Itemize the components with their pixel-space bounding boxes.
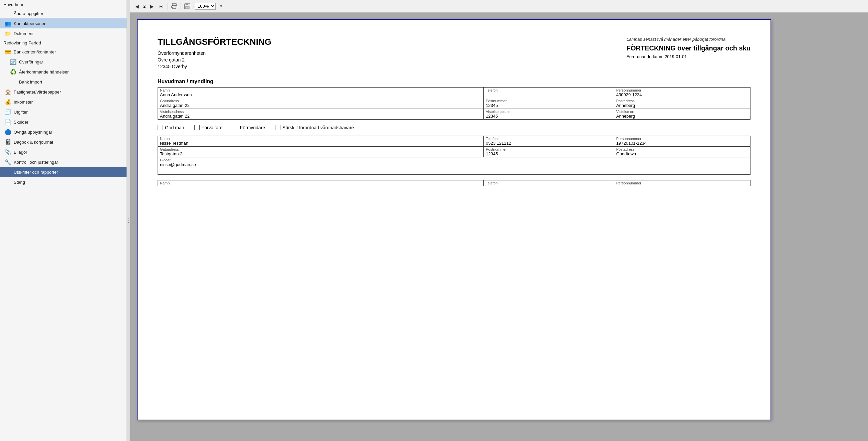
- page-last-button[interactable]: ⏭: [157, 2, 165, 10]
- checkbox-god-man-label: God man: [165, 125, 184, 130]
- checkboxes-row: God man Förvaltare Förmyndare Särskilt f…: [158, 125, 750, 130]
- postadress-label: Postadress: [616, 99, 748, 103]
- sidebar-item-utgifter[interactable]: 🧾Utgifter: [0, 107, 127, 117]
- dokument-icon: 📁: [5, 30, 11, 37]
- save-button[interactable]: [183, 2, 191, 10]
- checkbox-formyndare-label: Förmyndare: [240, 125, 265, 130]
- sidebar-item-skulder[interactable]: 📄Skulder: [0, 117, 127, 127]
- p2-telefon-value: 0523 121212: [486, 141, 612, 146]
- sidebar: Huvudman Ändra uppgifter👥Kontaktpersoner…: [0, 0, 127, 441]
- vistelse-ort-value: Anneberg: [616, 114, 748, 119]
- page-next-button[interactable]: ▶: [148, 2, 156, 10]
- person1-table: Namn Anna Andersson Telefon Personnummer…: [158, 87, 750, 120]
- document-area: TILLGÅNGSFÖRTECKNING Överförmyndarenhete…: [130, 13, 868, 441]
- p2-postadress-value: Goodtown: [616, 151, 748, 156]
- p2-personnummer-cell: Personnummer 19720101-1234: [614, 136, 750, 147]
- sidebar-item-kontaktpersoner[interactable]: 👥Kontaktpersoner: [0, 18, 127, 28]
- p2-postnummer-label: Postnummer: [486, 147, 612, 151]
- kontaktpersoner-icon: 👥: [5, 20, 11, 27]
- bilagor-icon: 📎: [5, 149, 11, 155]
- zoom-select[interactable]: 50% 75% 100% 125% 150% 200%: [195, 3, 216, 10]
- utskrifter-icon: [5, 169, 11, 175]
- telefon-label: Telefon: [486, 88, 612, 92]
- p2-namn-label: Namn: [160, 137, 482, 141]
- sidebar-item-bilagor[interactable]: 📎Bilagor: [0, 147, 127, 157]
- sidebar-item-bankkonton[interactable]: 💳Bankkonton/kontanter: [0, 47, 127, 57]
- sidebar-label-kontaktpersoner: Kontaktpersoner: [14, 21, 123, 26]
- table-row: E-post nisse@godman.se: [158, 157, 750, 168]
- sidebar-item-andra-uppgifter[interactable]: Ändra uppgifter: [0, 8, 127, 18]
- print-button[interactable]: [170, 2, 178, 10]
- sidebar-item-kontroll[interactable]: 🔧Kontroll och justeringar: [0, 157, 127, 167]
- gatuadress-label: Gatuadress: [160, 99, 482, 103]
- checkbox-formyndare-box[interactable]: [233, 125, 238, 130]
- svg-rect-5: [186, 4, 188, 5]
- checkbox-forvaltare-box[interactable]: [194, 125, 199, 130]
- gatuadress-cell: Gatuadress Andra gatan 22: [158, 98, 484, 109]
- section-redovisning: Redovisning Period: [0, 38, 127, 47]
- bankkonton-icon: 💳: [5, 49, 11, 55]
- table-row: Namn Anna Andersson Telefon Personnummer…: [158, 88, 750, 98]
- collapse-handle[interactable]: ⋮: [127, 0, 130, 441]
- personnummer-value: 430929-1234: [616, 92, 748, 97]
- checkbox-sarskilt-box[interactable]: [275, 125, 280, 130]
- sidebar-label-skulder: Skulder: [14, 120, 123, 125]
- doc-bold-title: FÖRTECKNING över tillgångar och sku: [627, 45, 750, 52]
- page-number: 2: [142, 4, 147, 9]
- doc-header-left: TILLGÅNGSFÖRTECKNING Överförmyndarenhete…: [158, 37, 271, 70]
- sidebar-item-stang[interactable]: Stäng: [0, 177, 127, 187]
- p2-epost-label: E-post: [160, 158, 748, 162]
- sidebar-item-dokument[interactable]: 📁Dokument: [0, 28, 127, 38]
- page-prev-button[interactable]: ◀: [133, 2, 141, 10]
- forordnandedatum-label: Förordnandedatum: [627, 54, 664, 59]
- address2: 12345 Överby: [158, 64, 271, 69]
- checkbox-sarskilt-label: Särskilt förordnad vårdnadshavare: [282, 125, 354, 130]
- checkbox-formyndare: Förmyndare: [233, 125, 265, 130]
- p2-namn-value: Nisse Testman: [160, 141, 482, 146]
- postadress-cell: Postadress Anneberg: [614, 98, 750, 109]
- postnummer-label: Postnummer: [486, 99, 612, 103]
- forordnandedatum: Förordnandedatum 2019-01-01: [627, 54, 750, 59]
- p2-gatuadress-value: Testgatan 2: [160, 151, 482, 156]
- zoom-dropdown-button[interactable]: ▼: [217, 2, 225, 10]
- utgifter-icon: 🧾: [5, 109, 11, 115]
- sidebar-item-overforingar[interactable]: 🔄Överföringar: [0, 57, 127, 67]
- sidebar-item-ovriga[interactable]: 🔵Övriga upplysningar: [0, 127, 127, 137]
- sidebar-label-overforingar: Överföringar: [19, 59, 123, 64]
- save-icon: [184, 3, 190, 9]
- namn-cell: Namn Anna Andersson: [158, 88, 484, 98]
- sidebar-item-utskrifter[interactable]: Utskrifter och rapporter: [0, 167, 127, 177]
- table-row: Gatuadress Testgatan 2 Postnummer 12345 …: [158, 147, 750, 157]
- p2-empty-row: [158, 168, 750, 175]
- sidebar-item-aterkommande[interactable]: ♻️Återkommande händelser: [0, 67, 127, 77]
- p2-personnummer-label: Personnummer: [616, 137, 748, 141]
- sidebar-label-inkomster: Inkomster: [14, 99, 123, 105]
- vistelse-ort-label: Vistelse ort: [616, 110, 748, 114]
- sidebar-label-stang: Stäng: [14, 180, 123, 185]
- sidebar-item-dagbok[interactable]: 📓Dagbok & körjournal: [0, 137, 127, 147]
- checkbox-god-man-box[interactable]: [158, 125, 163, 130]
- sidebar-label-dagbok: Dagbok & körjournal: [14, 140, 123, 145]
- table-row: [158, 168, 750, 175]
- sidebar-label-aterkommande: Återkommande händelser: [19, 69, 123, 75]
- sidebar-item-inkomster[interactable]: 💰Inkomster: [0, 97, 127, 107]
- table-row: Gatuadress Andra gatan 22 Postnummer 123…: [158, 98, 750, 109]
- p2-gatuadress-cell: Gatuadress Testgatan 2: [158, 147, 484, 157]
- postnummer-cell: Postnummer 12345: [484, 98, 614, 109]
- namn-label: Namn: [160, 88, 482, 92]
- p3-personnummer-label: Personnummer: [616, 181, 748, 185]
- section-huvudman: Huvudman: [0, 0, 127, 8]
- doc-subtitle-italic: Lämnas senast två månader efter påbörjat…: [627, 37, 750, 42]
- postnummer-value: 12345: [486, 103, 612, 108]
- main-area: ◀ 2 ▶ ⏭ | 50% 75% 100%: [130, 0, 868, 441]
- andra-uppgifter-icon: [5, 10, 11, 17]
- forordnandedatum-value: 2019-01-01: [665, 54, 687, 59]
- sidebar-label-fastigheter: Fastigheter/värdepapper: [14, 90, 123, 94]
- p2-postnummer-cell: Postnummer 12345: [484, 147, 614, 157]
- bank-import-icon: [10, 79, 17, 85]
- sidebar-item-bank-import[interactable]: Bank import: [0, 77, 127, 87]
- sidebar-item-fastigheter[interactable]: 🏠Fastigheter/värdepapper: [0, 87, 127, 97]
- p3-personnummer-cell: Personnummer: [614, 180, 750, 186]
- doc-header-right: Lämnas senast två månader efter påbörjat…: [627, 37, 750, 70]
- table-row: Vistelseadress Andra gatan 22 Vistelse p…: [158, 109, 750, 120]
